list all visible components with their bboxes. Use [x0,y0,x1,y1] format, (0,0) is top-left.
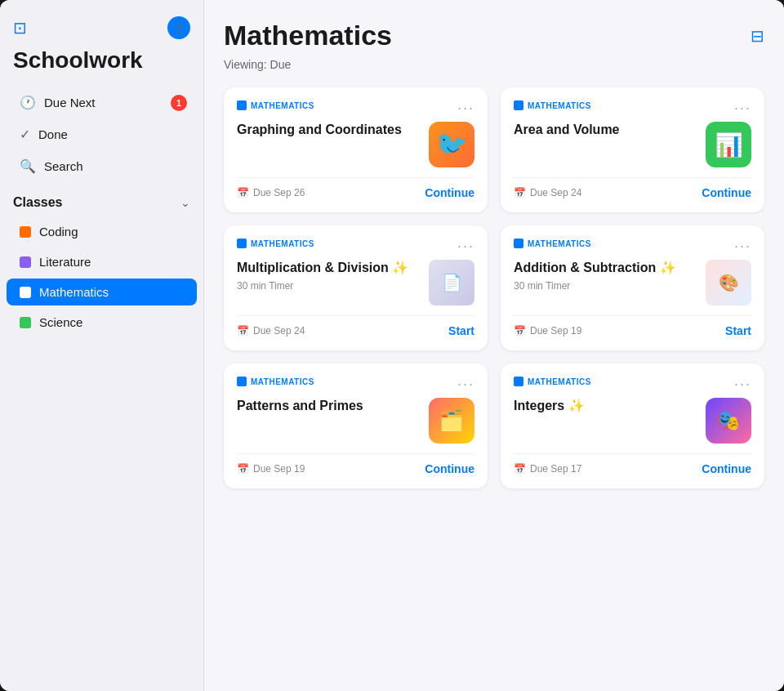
sidebar-item-science[interactable]: Science [7,309,197,336]
card-top: MATHEMATICS ··· [514,100,751,115]
subject-icon [514,100,523,110]
due-date: Due Sep 24 [530,187,581,198]
nav-item-done[interactable]: ✓ Done [7,120,197,149]
card-body: Graphing and Coordinates 🐦 [237,122,474,167]
page-title: Mathematics [224,20,392,51]
due-date: Due Sep 19 [253,463,305,475]
search-icon: 🔍 [20,158,36,174]
card-subject: MATHEMATICS [237,100,314,110]
calendar-icon: 📅 [514,325,526,337]
card-body: Area and Volume 📊 [514,122,751,167]
science-dot [20,317,31,328]
nav-item-search[interactable]: 🔍 Search [7,152,197,181]
card-action-button[interactable]: Continue [425,186,474,199]
card-addition-subtraction: MATHEMATICS ··· Addition & Subtraction ✨… [501,225,764,350]
subject-icon [237,377,247,386]
numbers-logo: 📊 [715,132,743,158]
keynote-logo: 🎭 [716,409,741,432]
card-thumbnail: 🎨 [706,260,751,305]
card-due: 📅 Due Sep 26 [237,187,305,198]
files-app-icon: 🗂️ [429,398,474,444]
card-action-button[interactable]: Start [725,324,751,337]
cards-grid: MATHEMATICS ··· Graphing and Coordinates… [224,87,764,488]
calendar-icon: 📅 [514,187,526,198]
more-icon[interactable]: ··· [457,239,474,253]
nav-label-done: Done [38,127,68,141]
due-date: Due Sep 17 [530,463,581,475]
card-info: Addition & Subtraction ✨ 30 min Timer [514,260,696,292]
card-due: 📅 Due Sep 19 [237,463,305,475]
card-subject: MATHEMATICS [237,377,314,386]
card-top: MATHEMATICS ··· [237,239,474,253]
sidebar-header: ⊡ 👤 [0,16,203,47]
card-footer: 📅 Due Sep 24 Start [237,315,474,337]
card-info: Integers ✨ [514,398,696,418]
thumbnail-placeholder: 📄 [429,260,474,305]
card-thumbnail: 📄 [429,260,474,305]
keynote-app-icon: 🎭 [706,398,751,444]
sidebar-item-literature[interactable]: Literature [7,248,197,275]
main-header: Mathematics ⊟ [224,20,764,51]
card-due: 📅 Due Sep 17 [514,463,581,475]
card-title: Integers ✨ [514,398,696,415]
class-label-science: Science [39,315,82,329]
card-body: Patterns and Primes 🗂️ [237,398,474,444]
card-subject: MATHEMATICS [514,100,591,110]
more-icon[interactable]: ··· [734,377,751,391]
card-due: 📅 Due Sep 24 [237,325,305,337]
numbers-app-icon: 📊 [706,122,751,167]
subject-icon [237,239,247,248]
card-area-volume: MATHEMATICS ··· Area and Volume 📊 📅 Du [501,87,764,212]
sidebar-item-mathematics[interactable]: Mathematics [7,279,197,305]
card-info: Patterns and Primes [237,398,419,418]
sidebar: ⊡ 👤 Schoolwork 🕐 Due Next 1 ✓ Done 🔍 Sea… [0,0,204,691]
card-subject: MATHEMATICS [237,239,314,248]
app-window: ⊡ 👤 Schoolwork 🕐 Due Next 1 ✓ Done 🔍 Sea… [0,0,784,691]
main-content: Mathematics ⊟ Viewing: Due MATHEMATICS ·… [204,0,784,691]
classes-header: Classes ⌄ [0,182,203,216]
due-next-badge: 1 [171,95,187,111]
swift-app-icon: 🐦 [429,122,474,167]
subject-label: MATHEMATICS [251,101,314,110]
card-body: Multiplication & Division ✨ 30 min Timer… [237,260,474,305]
card-action-button[interactable]: Continue [425,462,474,475]
subject-label: MATHEMATICS [528,239,591,248]
more-icon[interactable]: ··· [457,100,474,115]
avatar[interactable]: 👤 [167,16,190,39]
card-subject: MATHEMATICS [514,239,591,248]
subject-label: MATHEMATICS [528,101,591,110]
card-footer: 📅 Due Sep 19 Continue [237,453,474,475]
card-patterns-primes: MATHEMATICS ··· Patterns and Primes 🗂️ 📅 [224,363,488,488]
nav-label-search: Search [44,159,83,173]
chevron-down-icon[interactable]: ⌄ [180,196,190,209]
more-icon[interactable]: ··· [734,239,751,253]
sidebar-item-coding[interactable]: Coding [7,218,197,245]
clock-icon: 🕐 [20,95,36,110]
subject-label: MATHEMATICS [251,239,314,248]
card-title: Multiplication & Division ✨ [237,260,419,277]
more-icon[interactable]: ··· [734,100,751,115]
swift-logo: 🐦 [435,129,468,160]
due-date: Due Sep 26 [253,187,305,198]
class-label-mathematics: Mathematics [39,285,109,299]
filter-icon[interactable]: ⊟ [751,26,764,46]
subject-icon [237,100,247,110]
files-logo: 🗂️ [439,409,464,432]
card-subtitle: 30 min Timer [237,280,419,292]
due-date: Due Sep 24 [253,325,305,337]
card-action-button[interactable]: Start [448,324,474,337]
nav-item-due-next[interactable]: 🕐 Due Next 1 [7,88,197,117]
sidebar-toggle-icon[interactable]: ⊡ [13,18,27,38]
card-due: 📅 Due Sep 24 [514,187,581,198]
card-action-button[interactable]: Continue [702,462,751,475]
mathematics-dot [20,287,31,298]
card-title: Graphing and Coordinates [237,122,419,139]
card-action-button[interactable]: Continue [702,186,751,199]
classes-title: Classes [13,195,63,210]
calendar-icon: 📅 [237,325,249,337]
card-top: MATHEMATICS ··· [514,377,751,391]
nav-label-due-next: Due Next [44,96,96,109]
more-icon[interactable]: ··· [457,377,474,391]
card-subtitle: 30 min Timer [514,280,696,292]
subject-icon [514,377,523,386]
